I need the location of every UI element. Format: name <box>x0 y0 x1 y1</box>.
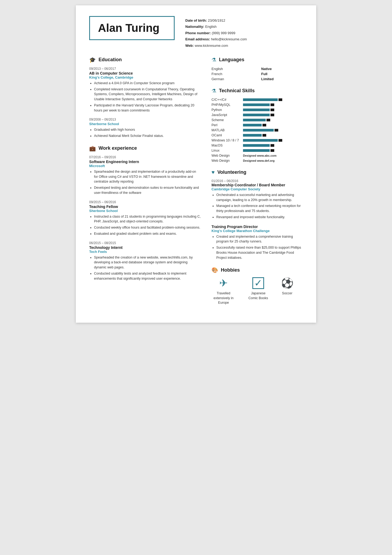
skill-name-9: MacOS <box>211 144 241 147</box>
work-entry-1: 09/2015 – 06/2016 Teaching Fellow Sherbo… <box>89 200 201 236</box>
skill-row-11: Web Design Designed www.abc.com <box>211 154 303 157</box>
name-box: Alan Turing <box>89 16 175 40</box>
skills-header: ⚗ Technical Skills <box>211 88 303 94</box>
skill-empty-8 <box>279 139 282 142</box>
vol-bullets-0: Orchestrated a successful marketing and … <box>211 192 303 220</box>
skill-row-3: JavaScript <box>211 113 303 117</box>
languages-heading: Languages <box>219 57 244 63</box>
phone-row: Phone number: (999) 999 9999 <box>185 30 303 36</box>
skill-bar-10 <box>243 149 303 152</box>
hobbies-header: 🎨 Hobbies <box>211 267 303 273</box>
skill-empty-7 <box>262 134 266 137</box>
languages-table: English Native French Full German Limite… <box>211 67 303 81</box>
work-bullets-2: Spearheaded the creation of a new websit… <box>89 255 201 281</box>
skills-section: ⚗ Technical Skills C/C++/C# PHP/MySQL <box>211 88 303 163</box>
header-section: Alan Turing Date of birth: 23/06/1912 Na… <box>89 16 303 49</box>
skill-row-7: OCaml <box>211 133 303 137</box>
skill-row-10: Linux <box>211 149 303 152</box>
vol-entry-0: 01/2016 – 06/2016 Membership Coordinator… <box>211 179 303 220</box>
hobby-item-1: ✓ Japanese Comic Books <box>246 277 270 300</box>
contact-info: Date of birth: 23/06/1912 Nationality: E… <box>185 16 303 49</box>
skill-filled-2 <box>243 109 270 111</box>
lang-level-0: Native <box>261 67 303 71</box>
edu-entry-0: 09/2013 – 06/2017 AB in Computer Science… <box>89 67 201 113</box>
skill-empty-6 <box>275 129 278 132</box>
work-bullet-0-1: Developed testing and demonstration suit… <box>94 185 201 195</box>
skill-label-11: Designed www.abc.com <box>243 154 277 157</box>
skill-name-8: Windows 10 / 8 / 7 <box>211 138 241 142</box>
hobbies-section: 🎨 Hobbies ✈ Travelled extensively in Eur… <box>211 267 303 305</box>
skill-empty-0 <box>279 98 282 101</box>
skill-empty-5 <box>262 124 266 126</box>
skill-bar-2 <box>243 109 303 111</box>
skill-bar-8 <box>243 139 303 142</box>
work-title-2: Technology Internt <box>89 245 201 250</box>
vol-org-1: King's College Marathon Challenge <box>211 229 303 233</box>
edu-bullet-0-0: Achieved a 4.0/4.0 GPA in Computer Scien… <box>94 81 201 86</box>
skill-row-0: C/C++/C# <box>211 98 303 102</box>
vol-bullet-1-1: Successfully raised more than $25,000 to… <box>216 245 303 260</box>
nationality-value: English <box>205 25 217 29</box>
vol-org-0: Cambridge Computer Society <box>211 187 303 191</box>
skill-filled-0 <box>243 98 278 101</box>
languages-icon: ⚗ <box>211 57 216 63</box>
skill-empty-9 <box>271 144 274 147</box>
web-row: Web: www.kickresume.com <box>185 43 303 49</box>
work-date-2: 06/2015 – 08/2015 <box>89 241 201 245</box>
edu-bullets-1: Graduated with high honors Achieved Nati… <box>89 127 201 138</box>
work-date-0: 07/2016 – 09/2016 <box>89 155 201 159</box>
skill-name-3: JavaScript <box>211 113 241 117</box>
lang-level-2: Limited <box>261 77 303 81</box>
skill-row-2: Python <box>211 108 303 112</box>
work-heading: Work experience <box>99 145 137 151</box>
skill-name-5: Perl <box>211 123 241 127</box>
skill-name-7: OCaml <box>211 133 241 137</box>
web-value: www.kickresume.com <box>195 44 228 48</box>
vol-date-0: 01/2016 – 06/2016 <box>211 179 303 183</box>
languages-header: ⚗ Languages <box>211 57 303 63</box>
work-bullet-2-1: Conducted usability tests and analyzed f… <box>94 271 201 281</box>
dob-label: Date of birth: <box>185 18 207 22</box>
vol-bullet-0-2: Revamped and improved website functional… <box>216 215 303 220</box>
skill-filled-3 <box>243 114 270 116</box>
email-label: Email address: <box>185 37 210 41</box>
work-title-0: Software Engineering Intern <box>89 160 201 164</box>
skill-row-5: Perl <box>211 123 303 127</box>
vol-bullet-0-1: Managed a tech conference and networking… <box>216 203 303 214</box>
dob-row: Date of birth: 23/06/1912 <box>185 17 303 24</box>
skill-row-1: PHP/MySQL <box>211 103 303 107</box>
education-header: 🎓 Education <box>89 57 201 63</box>
skill-filled-4 <box>243 119 266 121</box>
skill-empty-4 <box>266 119 270 121</box>
skill-row-12: Web Design Designed www.def.org <box>211 159 303 163</box>
skill-name-12: Web Design <box>211 159 241 163</box>
skills-list: C/C++/C# PHP/MySQL P <box>211 98 303 163</box>
work-title-1: Teaching Fellow <box>89 205 201 209</box>
work-bullet-1-0: Instructed a class of 21 students in pro… <box>94 214 201 224</box>
phone-value: (999) 999 9999 <box>212 31 235 35</box>
volunteering-icon: ♥ <box>211 169 215 175</box>
work-section: 💼 Work experience 07/2016 – 09/2016 Soft… <box>89 145 201 281</box>
vol-title-0: Membership Coordinator / Board Member <box>211 183 303 187</box>
nationality-label: Nationality: <box>185 25 204 29</box>
skill-row-8: Windows 10 / 8 / 7 <box>211 138 303 142</box>
skill-name-1: PHP/MySQL <box>211 103 241 107</box>
edu-entry-1: 09/2008 – 06/2013 Sherborne School Gradu… <box>89 118 201 138</box>
work-bullet-2-0: Spearheaded the creation of a new websit… <box>94 255 201 270</box>
vol-entry-1: Training Program Director King's College… <box>211 225 303 260</box>
nationality-row: Nationality: English <box>185 24 303 30</box>
work-entry-2: 06/2015 – 08/2015 Technology Internt Tec… <box>89 241 201 281</box>
skill-bar-4 <box>243 119 303 121</box>
skill-filled-1 <box>243 103 270 106</box>
email-value: hello@kickresume.com <box>211 37 247 41</box>
skill-label-12: Designed www.def.org <box>243 159 275 162</box>
skill-name-4: Scheme <box>211 118 241 122</box>
skill-row-6: MATLAB <box>211 128 303 132</box>
hobby-label-1: Japanese Comic Books <box>246 291 270 300</box>
work-bullets-0: Spearheaded the design and implementatio… <box>89 169 201 195</box>
skill-row-4: Scheme <box>211 118 303 122</box>
skill-bar-6 <box>243 129 303 132</box>
work-org-1: Sherbone School <box>89 209 201 213</box>
skill-bar-3 <box>243 114 303 116</box>
skill-empty-2 <box>271 109 274 111</box>
